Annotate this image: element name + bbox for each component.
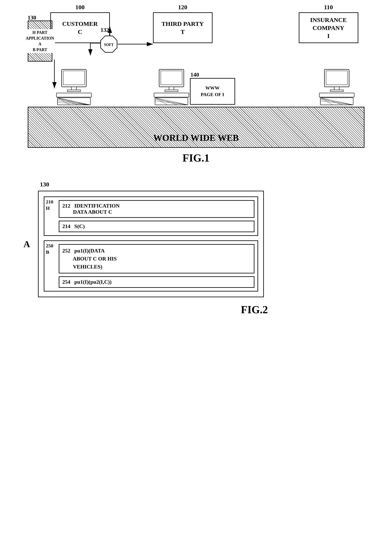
svg-line-20 xyxy=(57,98,78,105)
fig2-section-b: 250 B 252 pu1(I)(DATA ABOUT C OR HIS VEH… xyxy=(44,240,258,291)
insurance-computer xyxy=(316,67,357,107)
fig2-box-252: 252 pu1(I)(DATA ABOUT C OR HIS VEHICLES) xyxy=(59,244,254,273)
svg-line-16 xyxy=(57,99,90,105)
insurance-label: INSURANCE COMPANY I xyxy=(310,16,347,40)
svg-rect-25 xyxy=(165,90,178,91)
www-label: WORLD WIDE WEB xyxy=(153,133,239,143)
fig2-outer-box: 210 H 212 IDENTIFICATION DATA ABOUT C 21… xyxy=(38,191,264,297)
fig2-box-212: 212 IDENTIFICATION DATA ABOUT C xyxy=(59,200,254,218)
svg-line-29 xyxy=(155,99,188,105)
www-page-box: 140 WWW PAGE OF I xyxy=(190,78,235,105)
hpart-line3: A xyxy=(26,41,54,47)
fig2-section-a: 210 H 212 IDENTIFICATION DATA ABOUT C 21… xyxy=(44,196,258,236)
svg-rect-36 xyxy=(330,90,343,91)
customer-label: CUSTOMER C xyxy=(62,20,98,36)
svg-rect-13 xyxy=(56,93,91,97)
www-page-num: 140 xyxy=(190,71,199,78)
num-130: 130 xyxy=(28,14,36,21)
fig2-section-a-label: 210 H xyxy=(46,199,53,211)
insurance-num: 110 xyxy=(324,4,333,11)
svg-rect-37 xyxy=(319,93,354,97)
third-party-computer xyxy=(151,67,192,107)
fig2-section-b-label: 250 B xyxy=(46,243,53,255)
fig2-a-label: A xyxy=(24,239,30,249)
customer-computer xyxy=(53,67,94,107)
hpart-inner-text: H PART APPLICATION A B PART xyxy=(25,29,55,53)
hpart-application-box: H PART APPLICATION A B PART xyxy=(28,21,52,62)
soft-shape: 132 SOFT xyxy=(100,35,118,53)
fig2-container: 130 A 210 H 212 IDENTIFICATION DATA ABOU… xyxy=(21,191,371,297)
insurance-box: 110 INSURANCE COMPANY I xyxy=(299,12,358,43)
svg-rect-10 xyxy=(63,71,84,85)
fig1-container: 130 H PART APPLICATION A B PART 100 CUST… xyxy=(21,8,371,176)
hpart-line2: APPLICATION xyxy=(26,35,54,41)
fig1-caption: FIG.1 xyxy=(21,152,371,164)
fig1-diagram: 130 H PART APPLICATION A B PART 100 CUST… xyxy=(21,8,371,148)
hpart-line1: H PART xyxy=(26,30,54,35)
soft-num: 132 xyxy=(101,27,109,33)
fig2-box-214: 214 S(C) xyxy=(59,221,254,232)
fig2-outer-num: 130 xyxy=(40,181,49,188)
www-platform: WORLD WIDE WEB xyxy=(28,107,364,148)
svg-rect-23 xyxy=(161,71,182,85)
fig2-box-252-text: 252 pu1(I)(DATA ABOUT C OR HIS VEHICLES) xyxy=(63,248,117,270)
svg-line-40 xyxy=(320,99,353,105)
third-party-num: 120 xyxy=(178,4,187,11)
fig2-box-254-text: 254 pu1(I)(pu2(I,C)) xyxy=(63,279,112,285)
fig2-box-212-text: 212 IDENTIFICATION DATA ABOUT C xyxy=(63,203,120,215)
svg-rect-34 xyxy=(326,71,347,85)
hpart-line4: B PART xyxy=(26,47,54,53)
third-party-box: 120 THIRD PARTY T xyxy=(153,12,212,43)
fig2-box-214-text: 214 S(C) xyxy=(63,223,85,229)
customer-num: 100 xyxy=(75,4,84,11)
svg-rect-26 xyxy=(154,93,189,97)
svg-line-31 xyxy=(155,98,167,105)
www-page-label: WWW PAGE OF I xyxy=(201,85,224,98)
third-party-label: THIRD PARTY T xyxy=(162,20,204,36)
svg-text:SOFT: SOFT xyxy=(104,43,113,47)
fig2-caption: FIG.2 xyxy=(241,304,268,316)
fig2-box-254: 254 pu1(I)(pu2(I,C)) xyxy=(59,276,254,288)
svg-rect-12 xyxy=(67,90,80,91)
svg-line-42 xyxy=(320,98,333,105)
